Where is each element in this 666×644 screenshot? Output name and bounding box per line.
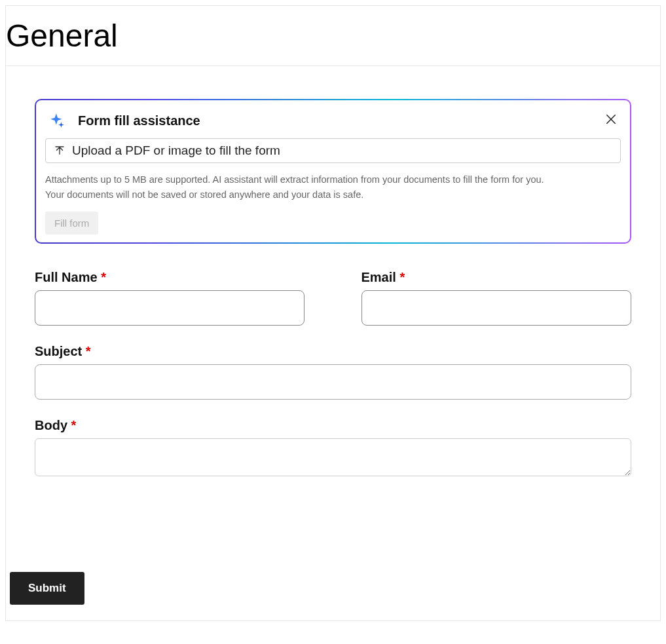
- helper-line-1: Attachments up to 5 MB are supported. AI…: [45, 172, 621, 187]
- close-icon: [604, 113, 618, 126]
- required-marker: *: [399, 270, 405, 284]
- assistance-header: Form fill assistance: [45, 112, 621, 129]
- upload-prompt-text: Upload a PDF or image to fill the form: [72, 143, 280, 158]
- email-label: Email *: [361, 270, 632, 285]
- email-label-text: Email: [361, 270, 396, 284]
- page-title: General: [6, 6, 660, 66]
- sparkle-icon: [49, 112, 66, 129]
- subject-input[interactable]: [35, 364, 631, 400]
- assistance-helper-text: Attachments up to 5 MB are supported. AI…: [45, 172, 621, 202]
- close-button[interactable]: [604, 112, 618, 126]
- email-field: Email *: [361, 270, 632, 326]
- subject-label: Subject *: [35, 344, 631, 359]
- body-label-text: Body: [35, 418, 67, 432]
- body-textarea[interactable]: [35, 438, 631, 476]
- body-field: Body *: [35, 418, 631, 476]
- assistance-inner: Form fill assistance Upload a PDF or ima…: [36, 100, 630, 242]
- form-fields: Full Name * Email * Subject *: [35, 270, 631, 476]
- full-name-label-text: Full Name: [35, 270, 98, 284]
- required-marker: *: [101, 270, 106, 284]
- submit-button[interactable]: Submit: [10, 572, 84, 605]
- page-container: General Form fill assistance: [5, 5, 661, 621]
- content-area: Form fill assistance Upload a PDF or ima…: [6, 66, 660, 489]
- full-name-label: Full Name *: [35, 270, 305, 285]
- subject-label-text: Subject: [35, 344, 82, 358]
- subject-field: Subject *: [35, 344, 631, 400]
- required-marker: *: [71, 418, 77, 432]
- fill-form-button[interactable]: Fill form: [45, 212, 98, 235]
- body-label: Body *: [35, 418, 631, 433]
- full-name-input[interactable]: [35, 290, 305, 326]
- assistance-title: Form fill assistance: [78, 113, 200, 128]
- upload-file-button[interactable]: Upload a PDF or image to fill the form: [45, 138, 621, 163]
- form-fill-assistance-panel: Form fill assistance Upload a PDF or ima…: [35, 99, 631, 244]
- required-marker: *: [86, 344, 91, 358]
- helper-line-2: Your documents will not be saved or stor…: [45, 187, 621, 202]
- full-name-field: Full Name *: [35, 270, 305, 326]
- submit-area: Submit: [6, 572, 88, 605]
- upload-icon: [54, 145, 65, 157]
- email-input[interactable]: [361, 290, 632, 326]
